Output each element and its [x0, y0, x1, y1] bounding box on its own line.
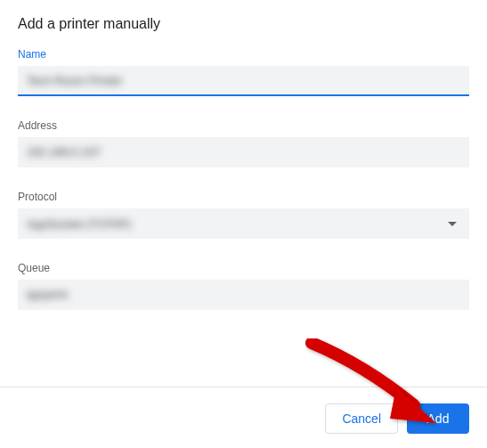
name-label: Name	[18, 48, 469, 61]
protocol-label: Protocol	[18, 191, 469, 203]
add-printer-dialog: Add a printer manually Name Address Prot…	[0, 0, 487, 310]
protocol-select[interactable]: AppSocket (TCP/IP)	[18, 208, 469, 239]
name-input[interactable]	[27, 74, 460, 87]
address-label: Address	[18, 119, 469, 132]
add-button[interactable]: Add	[407, 403, 469, 434]
cancel-button[interactable]: Cancel	[325, 403, 398, 434]
queue-input-wrap[interactable]	[18, 280, 469, 310]
address-input-wrap[interactable]	[18, 137, 469, 167]
footer-divider	[0, 387, 487, 387]
dialog-title: Add a printer manually	[18, 16, 469, 32]
protocol-value: AppSocket (TCP/IP)	[27, 217, 448, 231]
address-field-group: Address	[18, 119, 469, 167]
protocol-field-group: Protocol AppSocket (TCP/IP)	[18, 191, 469, 239]
queue-input[interactable]	[27, 288, 460, 301]
queue-label: Queue	[18, 262, 469, 274]
dialog-footer: Cancel Add	[325, 403, 469, 434]
name-field-group: Name	[18, 48, 469, 96]
queue-field-group: Queue	[18, 262, 469, 310]
name-input-wrap[interactable]	[18, 66, 469, 96]
chevron-down-icon	[448, 222, 457, 226]
address-input[interactable]	[27, 145, 460, 159]
